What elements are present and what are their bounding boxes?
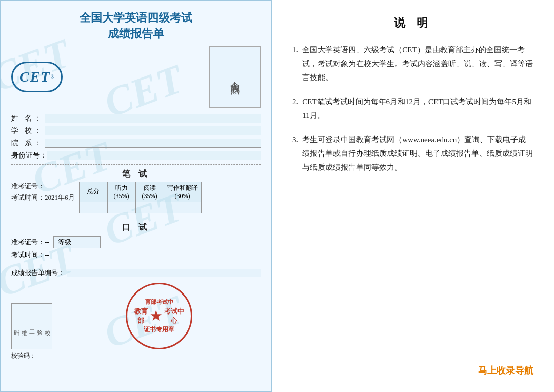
- stamp-subtitle: 证书专用章: [144, 325, 174, 334]
- stamp-org-left: 教育部: [132, 307, 149, 325]
- instruction-text-1: 全国大学英语四、六级考试（CET）是由教育部主办的全国统一考试，考试对象为在校大…: [302, 43, 533, 85]
- personal-fields: 姓 名： 学 校： 院 系： 身份证号：: [11, 114, 261, 160]
- oral-grade-value: --: [75, 238, 96, 246]
- written-exam-info: 准考证号： 考试时间：2021年6月: [11, 182, 75, 204]
- instruction-num-3: 3.: [292, 133, 298, 147]
- oral-exam-id-label: 准考证号：--: [11, 238, 49, 247]
- col-writing: 写作和翻译(30%): [164, 182, 201, 202]
- oral-exam-time: 考试时间：--: [11, 250, 49, 260]
- qr-label: 校: [44, 325, 51, 327]
- qr-label2: 验: [36, 325, 44, 327]
- name-row: 姓 名：: [11, 114, 261, 123]
- written-exam-area: 准考证号： 考试时间：2021年6月 总分 听力(35%) 阅读(35%) 写作…: [11, 182, 261, 213]
- certificate-panel: CET CET CET CET CET CET 全国大学英语四级考试 成绩报告单…: [0, 0, 272, 392]
- written-exam-id-label: 准考证号：: [11, 182, 45, 190]
- certificate-title: 全国大学英语四级考试 成绩报告单: [11, 10, 261, 42]
- title-line2: 成绩报告单: [11, 26, 261, 42]
- certificate-content: 全国大学英语四级考试 成绩报告单 CET ® 个人靓照 姓 名： 学 校： 院: [11, 10, 261, 360]
- divider-2: [11, 218, 261, 218]
- score-listening: [107, 202, 135, 213]
- instruction-text-3: 考生可登录中国教育考试网（www.neea.edu.cn）查询、下载电子成绩报告…: [302, 133, 533, 174]
- header-row: CET ® 个人靓照: [11, 46, 261, 108]
- name-label: 姓 名：: [11, 114, 45, 123]
- stamp-top-text: 育部考试中: [145, 298, 173, 306]
- qr-label4: 维: [21, 325, 28, 327]
- scores-table: 总分 听力(35%) 阅读(35%) 写作和翻译(30%): [79, 182, 202, 213]
- official-stamp: 育部考试中 教育部 ★ 考试中心 证书专用章: [126, 283, 192, 349]
- instruction-item-1: 1. 全国大学英语四、六级考试（CET）是由教育部主办的全国统一考试，考试对象为…: [292, 43, 533, 85]
- photo-box: 个人靓照: [209, 46, 261, 108]
- written-exam-time: 考试时间：2021年6月: [11, 193, 75, 202]
- oral-exam-area: 准考证号：-- 等级 -- 考试时间：--: [11, 236, 261, 260]
- oral-id-row: 准考证号：-- 等级 --: [11, 236, 261, 248]
- verify-row: 校验码：: [11, 351, 261, 360]
- instruction-num-2: 2.: [292, 95, 298, 109]
- oral-time-row: 考试时间：--: [11, 250, 261, 260]
- name-value: [45, 114, 261, 123]
- written-exam-id: 准考证号：: [11, 182, 75, 191]
- col-listening: 听力(35%): [107, 182, 135, 202]
- report-num-value: [67, 269, 261, 277]
- oral-grade-label: 等级: [58, 238, 71, 247]
- col-reading: 阅读(35%): [135, 182, 164, 202]
- id-label: 身份证号：: [11, 151, 47, 160]
- dept-row: 院 系：: [11, 139, 261, 148]
- id-row: 身份证号：: [11, 151, 261, 160]
- instruction-item-3: 3. 考生可登录中国教育考试网（www.neea.edu.cn）查询、下载电子成…: [292, 133, 533, 174]
- score-total: [79, 202, 107, 213]
- qr-label3: 二: [28, 325, 36, 327]
- divider-3: [11, 264, 261, 264]
- stamp-org-right: 考试中心: [163, 307, 186, 325]
- school-value: [45, 126, 261, 135]
- col-total: 总分: [79, 182, 107, 202]
- cet-logo: CET ®: [11, 62, 63, 92]
- report-num-label: 成绩报告单编号：: [11, 268, 65, 278]
- score-writing: [164, 202, 201, 213]
- right-inner: 说 明 1. 全国大学英语四、六级考试（CET）是由教育部主办的全国统一考试，考…: [292, 15, 533, 377]
- title-line1: 全国大学英语四级考试: [11, 10, 261, 26]
- verify-label: 校验码：: [11, 352, 36, 359]
- report-num-row: 成绩报告单编号：: [11, 268, 261, 278]
- dept-value: [45, 139, 261, 148]
- oral-section-title: 口 试: [11, 222, 261, 233]
- stamp-area: 育部考试中 教育部 ★ 考试中心 证书专用章: [57, 283, 261, 349]
- registered-mark: ®: [50, 74, 54, 80]
- qr-label5: 码: [13, 325, 21, 327]
- instruction-text-2: CET笔试考试时间为每年6月和12月，CET口试考试时间为每年5月和11月。: [302, 95, 533, 123]
- divider-1: [11, 164, 261, 165]
- bottom-section: 校 验 二 维 码 育部考试中 教育部 ★ 考试中心 证书专用章: [11, 283, 261, 349]
- oral-grade-box: 等级 --: [53, 236, 101, 248]
- instruction-num-1: 1.: [292, 43, 298, 57]
- written-section-title: 笔 试: [11, 169, 261, 180]
- footer-link[interactable]: 马上收录导航: [292, 349, 533, 377]
- cet-logo-text: CET: [19, 69, 50, 85]
- qr-code-box: 校 验 二 维 码: [11, 303, 52, 349]
- id-value: [47, 151, 261, 160]
- school-label: 学 校：: [11, 126, 45, 135]
- school-row: 学 校：: [11, 126, 261, 135]
- score-reading: [135, 202, 164, 213]
- instructions-title: 说 明: [292, 15, 533, 31]
- instructions-panel: 说 明 1. 全国大学英语四、六级考试（CET）是由教育部主办的全国统一考试，考…: [272, 0, 554, 392]
- instruction-item-2: 2. CET笔试考试时间为每年6月和12月，CET口试考试时间为每年5月和11月…: [292, 95, 533, 123]
- stamp-star: ★: [150, 309, 162, 323]
- dept-label: 院 系：: [11, 139, 45, 148]
